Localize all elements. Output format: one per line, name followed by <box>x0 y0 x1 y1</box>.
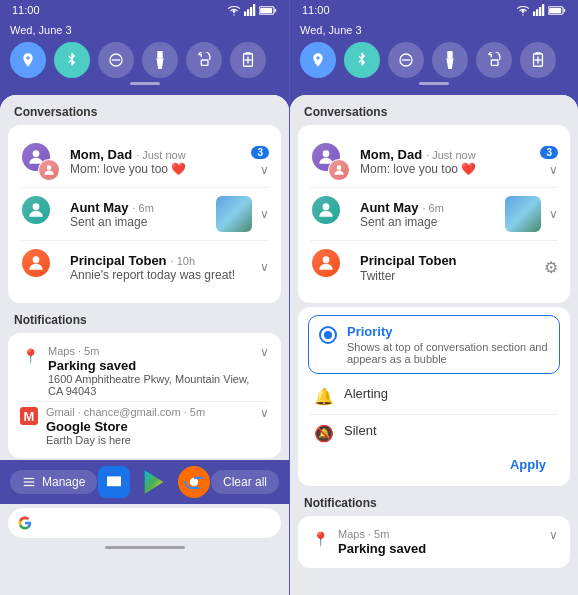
quick-tiles-left[interactable] <box>10 42 279 78</box>
priority-option-priority[interactable]: Priority Shows at top of conversation se… <box>308 315 560 374</box>
chevron-maps-right[interactable]: ∨ <box>549 528 558 542</box>
svg-point-42 <box>337 165 342 170</box>
avatar-principal <box>20 247 52 279</box>
tile-flashlight[interactable] <box>142 42 178 78</box>
tile-flashlight-right[interactable] <box>432 42 468 78</box>
priority-option-silent[interactable]: 🔕 Silent <box>310 415 558 451</box>
notif-app-meta-gmail: · chance@gmail.com · 5m <box>78 406 205 418</box>
battery-icon <box>259 5 277 16</box>
svg-point-19 <box>33 256 40 263</box>
tile-location[interactable] <box>10 42 46 78</box>
google-g-icon <box>18 516 32 530</box>
tile-bluetooth[interactable] <box>54 42 90 78</box>
notif-maps-left[interactable]: 📍 Maps · 5m Parking saved 1600 Amphithea… <box>20 341 269 402</box>
svg-point-16 <box>33 150 40 157</box>
chevron-auntmay-right[interactable]: ∨ <box>549 207 558 221</box>
priority-option-alerting[interactable]: 🔔 Alerting <box>310 378 558 415</box>
maps-icon-right: 📍 <box>310 529 330 549</box>
messages-app-icon[interactable] <box>98 466 130 498</box>
svg-point-24 <box>190 478 198 486</box>
priority-card: Priority Shows at top of conversation se… <box>298 307 570 486</box>
conv-right-principal-right: ⚙ <box>544 258 558 277</box>
svg-marker-35 <box>446 58 453 69</box>
svg-rect-22 <box>24 485 35 486</box>
tile-dnd[interactable] <box>98 42 134 78</box>
svg-marker-23 <box>145 470 164 493</box>
notif-maps-right[interactable]: 📍 Maps · 5m Parking saved ∨ <box>310 524 558 560</box>
svg-rect-36 <box>491 60 498 65</box>
clear-all-label: Clear all <box>223 475 267 489</box>
chevron-maps[interactable]: ∨ <box>260 345 269 359</box>
conv-meta-auntmay: · 6m <box>133 202 154 214</box>
status-bar-left: 11:00 <box>0 0 289 18</box>
svg-rect-34 <box>447 51 452 58</box>
notif-app-name-maps-right: Maps <box>338 528 365 540</box>
avatar-momdad-right <box>310 141 350 181</box>
time-right: 11:00 <box>302 4 330 16</box>
chevron-momdad[interactable]: ∨ <box>260 163 269 177</box>
priority-desc: Shows at top of conversation section and… <box>347 341 549 365</box>
status-icons-left <box>227 4 277 16</box>
conv-right-momdad-right: 3 ∨ <box>540 146 558 177</box>
tile-battery-saver-right[interactable] <box>520 42 556 78</box>
notifications-header-left: Notifications <box>0 305 289 331</box>
tile-rotate-right[interactable] <box>476 42 512 78</box>
conv-momdad-left[interactable]: Mom, Dad · Just now Mom: love you too ❤️… <box>20 135 269 188</box>
chrome-app-icon[interactable] <box>178 466 210 498</box>
manage-button[interactable]: Manage <box>10 470 97 494</box>
conv-right-auntmay-right: ∨ <box>505 196 558 232</box>
conv-name-auntmay: Aunt May <box>70 200 129 215</box>
chevron-momdad-right[interactable]: ∨ <box>549 163 558 177</box>
notif-content-gmail: Gmail · chance@gmail.com · 5m Google Sto… <box>46 406 260 446</box>
signal-icon-right <box>533 4 545 16</box>
notif-content-maps: Maps · 5m Parking saved 1600 Amphitheatr… <box>48 345 260 397</box>
conv-right-momdad: 3 ∨ <box>251 146 269 177</box>
conv-momdad-right[interactable]: Mom, Dad · Just now Mom: love you too ❤️… <box>310 135 558 188</box>
app-icons-row <box>98 466 210 498</box>
conv-preview-momdad-right: Mom: love you too ❤️ <box>360 162 534 176</box>
gear-icon-principal[interactable]: ⚙ <box>544 258 558 277</box>
conv-principal-left[interactable]: Principal Toben · 10h Annie's report tod… <box>20 241 269 293</box>
notifications-header-right: Notifications <box>290 488 578 514</box>
home-indicator-left <box>105 546 185 549</box>
conv-name-principal: Principal Toben <box>70 253 167 268</box>
notif-app-gmail: Gmail · chance@gmail.com · 5m <box>46 406 260 418</box>
chevron-principal[interactable]: ∨ <box>260 260 269 274</box>
notif-app-meta-maps-right: · 5m <box>368 528 389 540</box>
chevron-auntmay[interactable]: ∨ <box>260 207 269 221</box>
avatar-dad <box>38 159 60 181</box>
conv-name-momdad: Mom, Dad <box>70 147 132 162</box>
conv-preview-auntmay-right: Sent an image <box>360 215 499 229</box>
notif-title-gmail: Google Store <box>46 419 260 434</box>
wifi-icon-right <box>516 4 530 16</box>
chevron-gmail[interactable]: ∨ <box>260 406 269 420</box>
notif-gmail-left[interactable]: M Gmail · chance@gmail.com · 5m Google S… <box>20 402 269 450</box>
search-bar-left[interactable] <box>8 508 281 538</box>
quick-tiles-right[interactable] <box>300 42 568 78</box>
conv-meta-momdad-right: · Just now <box>426 149 476 161</box>
status-icons-right <box>516 4 566 16</box>
apply-button[interactable]: Apply <box>310 451 558 476</box>
svg-marker-10 <box>156 58 163 69</box>
avatar-auntmay-left <box>20 194 60 234</box>
conv-preview-momdad: Mom: love you too ❤️ <box>70 162 245 176</box>
notifications-right: Conversations Mom, Dad · Just now <box>290 95 578 595</box>
quick-settings-left: Wed, June 3 <box>0 18 289 95</box>
tile-bluetooth-right[interactable] <box>344 42 380 78</box>
tile-dnd-right[interactable] <box>388 42 424 78</box>
tile-location-right[interactable] <box>300 42 336 78</box>
tile-battery-saver[interactable] <box>230 42 266 78</box>
tile-rotate[interactable] <box>186 42 222 78</box>
avatar-dad-right <box>328 159 350 181</box>
conv-preview-principal: Annie's report today was great! <box>70 268 254 282</box>
clear-all-button[interactable]: Clear all <box>211 470 279 494</box>
conv-content-auntmay: Aunt May · 6m Sent an image <box>70 200 210 229</box>
conv-principal-right[interactable]: Principal Toben Twitter ⚙ <box>310 241 558 293</box>
conv-preview-auntmay: Sent an image <box>70 215 210 229</box>
avatar-auntmay-right <box>310 194 342 226</box>
play-app-icon[interactable] <box>138 466 170 498</box>
avatar-principal-right <box>310 247 342 279</box>
conv-auntmay-left[interactable]: Aunt May · 6m Sent an image ∨ <box>20 188 269 241</box>
bottom-bar-left: Manage Clear all <box>0 460 289 504</box>
conv-auntmay-right[interactable]: Aunt May · 6m Sent an image ∨ <box>310 188 558 241</box>
